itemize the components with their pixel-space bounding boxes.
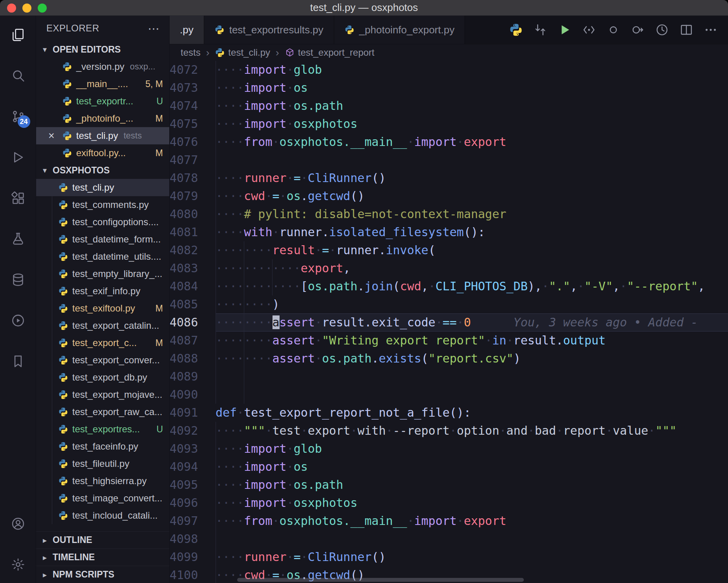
code-line-4081[interactable]: 4081····with·runner.isolated_filesystem(… xyxy=(170,223,728,241)
file-tree-item[interactable]: test_export_catalin... xyxy=(36,317,169,334)
file-tree-item[interactable]: test_comments.py xyxy=(36,196,169,213)
file-tree-item[interactable]: test_highsierra.py xyxy=(36,472,169,490)
file-tree-item[interactable]: test_datetime_utils.... xyxy=(36,248,169,265)
line-number[interactable]: 4096 xyxy=(170,494,216,512)
outline-section-header[interactable]: ▸ OUTLINE xyxy=(36,531,169,548)
more-actions-icon[interactable] xyxy=(704,23,718,37)
line-number[interactable]: 4073 xyxy=(170,79,216,97)
line-number[interactable]: 4085 xyxy=(170,295,216,313)
code-line-4079[interactable]: 4079····cwd·=·os.getcwd() xyxy=(170,187,728,205)
horizontal-scrollbar[interactable] xyxy=(237,578,524,582)
file-tree-item[interactable]: test_exportres... U xyxy=(36,421,169,438)
run-file-icon[interactable] xyxy=(558,23,572,37)
activity-bar-search-button[interactable] xyxy=(11,68,26,83)
code-line-4092[interactable]: 4092····"""·test·export·with·--report·op… xyxy=(170,422,728,440)
line-number[interactable]: 4082 xyxy=(170,241,216,259)
goto-symbol-icon[interactable] xyxy=(631,23,645,37)
activity-bar-settings-button[interactable] xyxy=(11,557,26,572)
editor-tab[interactable]: _photoinfo_export.py xyxy=(334,16,465,44)
line-number[interactable]: 4088 xyxy=(170,350,216,368)
code-line-4080[interactable]: 4080····# pylint: disable=not-context-ma… xyxy=(170,205,728,223)
code-line-4088[interactable]: 4088········assert·os.path.exists("repor… xyxy=(170,350,728,368)
code-line-4093[interactable]: 4093····import·glob xyxy=(170,440,728,458)
line-number[interactable]: 4076 xyxy=(170,133,216,151)
explorer-more-actions-icon[interactable]: ⋯ xyxy=(148,22,160,35)
open-editor-item[interactable]: _photoinfo_... M xyxy=(36,110,169,127)
code-line-4087[interactable]: 4087········assert·"Writing export repor… xyxy=(170,332,728,350)
breadcrumb-item[interactable]: test_export_report xyxy=(285,47,375,58)
editor-tab[interactable]: .py xyxy=(170,16,204,44)
code-line-4078[interactable]: 4078····runner·=·CliRunner() xyxy=(170,169,728,187)
activity-bar-testing-button[interactable] xyxy=(11,231,26,246)
python-interpreter-icon[interactable] xyxy=(509,23,523,37)
code-editor[interactable]: 4072····import·glob4073····import·os4074… xyxy=(170,61,728,583)
activity-bar-bookmarks-button[interactable] xyxy=(11,354,26,369)
code-line-4077[interactable]: 4077 xyxy=(170,151,728,169)
file-tree-item[interactable]: test_export_mojave... xyxy=(36,386,169,403)
activity-bar-extensions-button[interactable] xyxy=(11,191,26,206)
compare-changes-icon[interactable] xyxy=(533,23,547,37)
line-number[interactable]: 4083 xyxy=(170,259,216,277)
folder-section-header[interactable]: ▾ OSXPHOTOS xyxy=(36,162,169,179)
code-line-4082[interactable]: 4082········result·=·runner.invoke( xyxy=(170,241,728,259)
line-number[interactable]: 4090 xyxy=(170,386,216,404)
file-tree-item[interactable]: test_cli.py xyxy=(36,179,169,196)
line-number[interactable]: 4072 xyxy=(170,61,216,79)
line-number[interactable]: 4080 xyxy=(170,205,216,223)
line-number[interactable]: 4092 xyxy=(170,422,216,440)
line-number[interactable]: 4087 xyxy=(170,332,216,350)
activity-bar-account-button[interactable] xyxy=(11,516,26,531)
line-number[interactable]: 4081 xyxy=(170,223,216,241)
code-line-4094[interactable]: 4094····import·os xyxy=(170,458,728,476)
file-tree-item[interactable]: test_exif_info.py xyxy=(36,282,169,300)
zoom-window-button[interactable] xyxy=(38,4,47,13)
file-tree-item[interactable]: test_incloud_catali... xyxy=(36,507,169,524)
code-line-4091[interactable]: 4091def·test_export_report_not_a_file(): xyxy=(170,404,728,422)
open-editor-item[interactable]: _version.py osxp... xyxy=(36,58,169,75)
line-number[interactable]: 4098 xyxy=(170,530,216,548)
open-editor-item[interactable]: test_exportr... U xyxy=(36,93,169,110)
line-number[interactable]: 4084 xyxy=(170,277,216,295)
code-line-4099[interactable]: 4099····runner·=·CliRunner() xyxy=(170,548,728,566)
line-number[interactable]: 4093 xyxy=(170,440,216,458)
breadcrumb-item[interactable]: test_cli.py xyxy=(215,47,270,58)
activity-bar-database-button[interactable] xyxy=(11,272,26,287)
file-tree-item[interactable]: test_exiftool.py M xyxy=(36,300,169,317)
close-editor-icon[interactable]: × xyxy=(45,130,58,142)
code-line-4073[interactable]: 4073····import·os xyxy=(170,79,728,97)
split-editor-icon[interactable] xyxy=(679,23,693,37)
line-number[interactable]: 4078 xyxy=(170,169,216,187)
code-line-4076[interactable]: 4076····from·osxphotos.__main__·import·e… xyxy=(170,133,728,151)
file-tree-item[interactable]: test_export_conver... xyxy=(36,352,169,369)
code-line-4086[interactable]: 4086········assert·result.exit_code·==·0… xyxy=(170,313,728,332)
code-line-4098[interactable]: 4098 xyxy=(170,530,728,548)
breakpoint-icon[interactable] xyxy=(606,23,620,37)
activity-bar-play-circle-button[interactable] xyxy=(11,313,26,328)
code-line-4095[interactable]: 4095····import·os.path xyxy=(170,476,728,494)
code-line-4097[interactable]: 4097····from·osxphotos.__main__·import·e… xyxy=(170,512,728,530)
code-line-4075[interactable]: 4075····import·osxphotos xyxy=(170,115,728,133)
code-line-4072[interactable]: 4072····import·glob xyxy=(170,61,728,79)
file-tree-item[interactable]: test_image_convert... xyxy=(36,490,169,507)
breadcrumb-item[interactable]: tests xyxy=(181,47,201,58)
code-line-4084[interactable]: 4084············[os.path.join(cwd,·CLI_P… xyxy=(170,277,728,295)
minimize-window-button[interactable] xyxy=(22,4,31,13)
line-number[interactable]: 4097 xyxy=(170,512,216,530)
line-number[interactable]: 4100 xyxy=(170,566,216,583)
file-tree-item[interactable]: test_export_db.py xyxy=(36,369,169,386)
close-window-button[interactable] xyxy=(7,4,16,13)
file-tree-item[interactable]: test_fileutil.py xyxy=(36,455,169,472)
file-tree-item[interactable]: test_export_raw_ca... xyxy=(36,403,169,421)
timeline-section-header[interactable]: ▸ TIMELINE xyxy=(36,548,169,566)
code-line-4074[interactable]: 4074····import·os.path xyxy=(170,97,728,115)
activity-bar-run-debug-button[interactable] xyxy=(11,150,26,165)
open-editor-item[interactable]: __main__.... 5, M xyxy=(36,75,169,93)
history-icon[interactable] xyxy=(655,23,669,37)
line-number[interactable]: 4091 xyxy=(170,404,216,422)
line-number[interactable]: 4074 xyxy=(170,97,216,115)
file-tree-item[interactable]: test_faceinfo.py xyxy=(36,438,169,455)
file-tree-item[interactable]: test_datetime_form... xyxy=(36,231,169,248)
npm-scripts-section-header[interactable]: ▸ NPM SCRIPTS xyxy=(36,566,169,583)
editor-tab[interactable]: test_exportresults.py xyxy=(204,16,334,44)
line-number[interactable]: 4095 xyxy=(170,476,216,494)
